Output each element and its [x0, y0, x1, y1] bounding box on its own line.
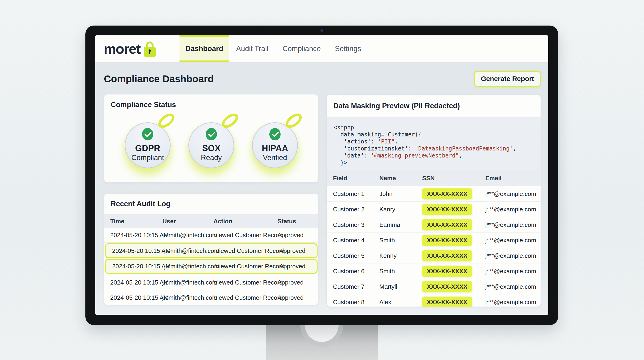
status-name: SOX: [188, 143, 234, 153]
compliance-status-card: Compliance Status GDPR Compliant SOX Rea…: [104, 94, 318, 183]
ssn-redacted-badge: XXX-XX-XXXX: [422, 219, 472, 230]
compliance-status-title: Compliance Status: [111, 101, 176, 109]
code-line: <stphp: [334, 124, 541, 131]
code-preview-block: <stphp data masking= Customer({ 'actios'…: [327, 117, 541, 170]
masking-table-row[interactable]: Customer 8 Alex XXX-XX-XXXX j***@example…: [327, 294, 541, 307]
tab-dashboard[interactable]: Dashboard: [180, 35, 229, 62]
tab-settings-label: Settings: [335, 45, 361, 53]
tab-settings[interactable]: Settings: [335, 35, 361, 62]
code-line: 'actios': 'PII",: [334, 138, 541, 145]
webcam-dot: [320, 29, 324, 32]
ssn-redacted-badge: XXX-XX-XXXX: [422, 204, 472, 215]
brand-logo-text: moret: [104, 41, 140, 57]
tab-compliance[interactable]: Compliance: [282, 35, 321, 62]
ssn-redacted-badge: XXX-XX-XXXX: [422, 188, 472, 199]
ssn-redacted-badge: XXX-XX-XXXX: [422, 235, 472, 246]
status-badge: Approved: [280, 247, 306, 255]
data-masking-card: Data Masking Preview (PII Redacted) <stp…: [326, 94, 541, 307]
col-header-status: Status: [278, 218, 296, 225]
status-label: Verified: [252, 153, 298, 162]
col-header-action: Action: [214, 218, 232, 225]
audit-table-row-highlighted[interactable]: 2024-05-20 10:15 AM j.smith@fintech.com …: [105, 259, 318, 274]
masking-table-row[interactable]: Customer 1 John XXX-XX-XXXX j***@example…: [327, 186, 541, 202]
masking-table-header: Field Name SSN Email: [327, 170, 541, 186]
check-circle-icon: [142, 128, 153, 140]
masking-table-row[interactable]: Customer 7 Martyll XXX-XX-XXXX j***@exam…: [327, 279, 541, 294]
brand-logo: moret: [104, 35, 156, 62]
col-header-ssn: SSN: [422, 174, 434, 182]
code-line: 'data': '@masking-previewNestberd",: [334, 152, 541, 159]
masking-table-row[interactable]: Customer 2 Kanry XXX-XX-XXXX j***@exampl…: [327, 202, 541, 217]
ssn-redacted-badge: XXX-XX-XXXX: [422, 297, 472, 307]
status-name: HIPAA: [252, 143, 298, 153]
status-circle-gdpr: GDPR Compliant: [125, 122, 170, 168]
recent-audit-log-card: Recent Audit Log Time User Action Status…: [104, 193, 318, 305]
status-circle-sox: SOX Ready: [188, 122, 234, 168]
ssn-redacted-badge: XXX-XX-XXXX: [422, 250, 472, 261]
audit-table-row[interactable]: 2024-05-20 10:15 AM j.smith@fintech.com …: [104, 275, 318, 290]
screen: moret Dashboard Audit Trail Compliance S…: [95, 35, 548, 315]
audit-table-row[interactable]: 2024-05-20 10:15 AM j.smith@fintech.com …: [104, 228, 318, 243]
tab-audit-trail[interactable]: Audit Trail: [236, 35, 268, 62]
status-badge: Approved: [280, 263, 306, 270]
code-line: 'customizationsket': "DataaskingPassboad…: [334, 145, 541, 152]
ssn-redacted-badge: XXX-XX-XXXX: [422, 266, 472, 277]
code-line: data masking= Customer({: [334, 131, 541, 138]
generate-report-label: Generate Report: [481, 75, 534, 83]
col-header-user: User: [162, 218, 176, 225]
check-circle-icon: [269, 128, 280, 140]
status-badge: Approved: [278, 279, 304, 286]
data-masking-title: Data Masking Preview (PII Redacted): [333, 102, 460, 110]
tab-compliance-label: Compliance: [282, 45, 321, 53]
masking-table-row[interactable]: Customer 4 Smith XXX-XX-XXXX j***@exampl…: [327, 233, 541, 248]
generate-report-button[interactable]: Generate Report: [474, 71, 540, 87]
status-circle-hipaa: HIPAA Verified: [252, 122, 298, 168]
status-label: Ready: [188, 153, 234, 162]
status-badge: Approved: [278, 294, 304, 301]
audit-table-header: Time User Action Status: [104, 214, 318, 229]
check-circle-icon: [206, 128, 217, 140]
monitor-bezel: moret Dashboard Audit Trail Compliance S…: [86, 26, 558, 325]
status-badge: Approved: [278, 231, 304, 239]
tab-audit-trail-label: Audit Trail: [236, 45, 268, 53]
top-nav-bar: moret Dashboard Audit Trail Compliance S…: [95, 35, 548, 63]
status-label: Compliant: [125, 153, 170, 162]
col-header-email: Email: [485, 174, 502, 182]
masking-table-row[interactable]: Customer 3 Eamma XXX-XX-XXXX j***@exampl…: [327, 217, 541, 233]
ssn-redacted-badge: XXX-XX-XXXX: [422, 281, 472, 292]
status-name: GDPR: [125, 143, 170, 153]
col-header-field: Field: [333, 174, 347, 182]
dashboard-content: Compliance Dashboard Generate Report Com…: [95, 63, 548, 315]
masking-table-row[interactable]: Customer 5 Kenny XXX-XX-XXXX j***@exampl…: [327, 248, 541, 263]
lock-icon: [144, 42, 156, 57]
data-masking-header: Data Masking Preview (PII Redacted): [327, 95, 541, 117]
col-header-name: Name: [379, 174, 396, 182]
col-header-time: Time: [110, 218, 124, 225]
masking-table-row[interactable]: Customer 6 Smith XXX-XX-XXXX j***@exampl…: [327, 263, 541, 279]
code-line: }>: [334, 159, 541, 166]
audit-table-row[interactable]: 2024-05-20 10:15 AM j.smith@fintech.com …: [104, 290, 318, 305]
audit-table-row-highlighted[interactable]: 2024-05-20 10:15 AM j.smith@fintech.com …: [105, 243, 318, 258]
audit-log-title: Recent Audit Log: [111, 200, 170, 208]
page-title: Compliance Dashboard: [104, 73, 214, 85]
tab-dashboard-label: Dashboard: [185, 45, 223, 53]
